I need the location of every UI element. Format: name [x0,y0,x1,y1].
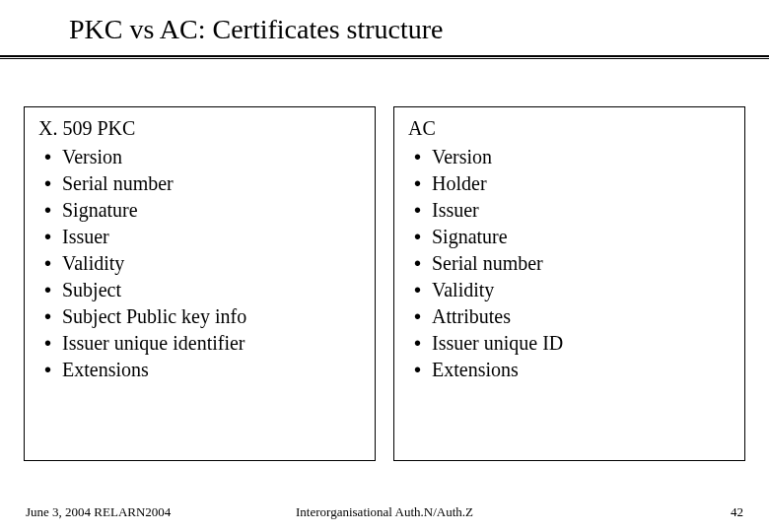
footer-date: June 3, 2004 RELARN2004 [26,504,171,520]
svg-line-4 [17,21,41,45]
ac-heading: AC [408,117,731,140]
starburst-icon [6,10,75,79]
pkc-heading: X. 509 PKC [38,117,361,140]
list-item: Signature [62,197,361,224]
list-item: Signature [432,224,731,250]
svg-line-9 [40,12,54,44]
slide-number: 42 [731,504,743,520]
list-item: Serial number [432,250,731,277]
slide: PKC vs AC: Certificates structure X. 509… [0,0,769,532]
svg-line-12 [8,31,40,44]
svg-point-16 [36,40,44,48]
list-item: Version [432,144,731,170]
page-title: PKC vs AC: Certificates structure [69,14,769,45]
pkc-list: Version Serial number Signature Issuer V… [38,144,361,383]
list-item: Issuer [432,197,731,224]
divider [0,55,769,59]
pkc-column: X. 509 PKC Version Serial number Signatu… [24,106,376,461]
list-item: Extensions [432,357,731,383]
ac-column: AC Version Holder Issuer Signature Seria… [393,106,745,461]
ac-list: Version Holder Issuer Signature Serial n… [408,144,731,383]
list-item: Validity [62,250,361,277]
list-item: Issuer [62,224,361,250]
slide-header: PKC vs AC: Certificates structure [0,0,769,69]
list-item: Extensions [62,357,361,383]
list-item: Subject Public key info [62,303,361,330]
list-item: Holder [432,170,731,197]
list-item: Serial number [62,170,361,197]
slide-footer: June 3, 2004 RELARN2004 Interorganisatio… [0,504,769,520]
list-item: Attributes [432,303,731,330]
list-item: Subject [62,277,361,303]
footer-subject: Interorganisational Auth.N/Auth.Z [296,504,473,520]
list-item: Issuer unique identifier [62,330,361,357]
svg-line-8 [27,12,40,44]
list-item: Version [62,144,361,170]
list-item: Validity [432,277,731,303]
svg-line-14 [40,31,73,44]
svg-line-5 [40,21,65,45]
content-columns: X. 509 PKC Version Serial number Signatu… [0,69,769,461]
list-item: Issuer unique ID [432,330,731,357]
